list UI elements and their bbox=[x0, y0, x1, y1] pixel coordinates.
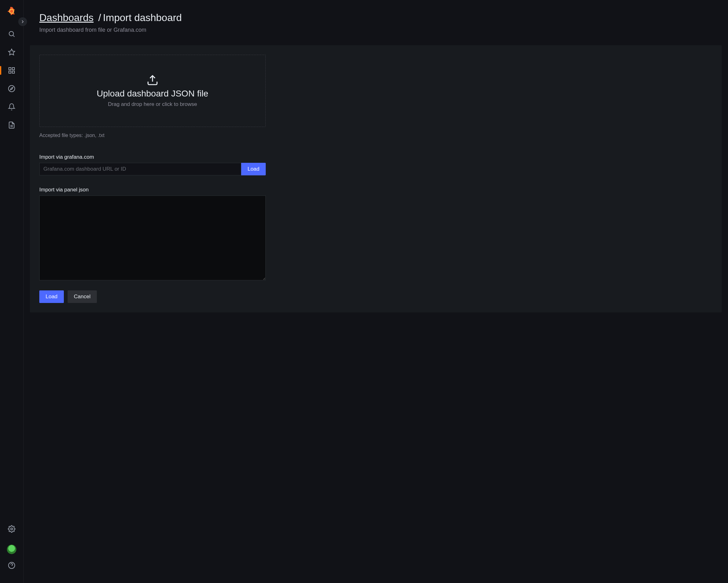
nav-explore[interactable] bbox=[5, 82, 19, 95]
svg-rect-4 bbox=[12, 67, 15, 70]
nav-help[interactable] bbox=[5, 558, 19, 572]
main-content: Dashboards /Import dashboard Import dash… bbox=[24, 0, 728, 583]
dropzone-title: Upload dashboard JSON file bbox=[97, 89, 208, 99]
dropzone-subtitle: Drag and drop here or click to browse bbox=[108, 101, 197, 108]
upload-icon bbox=[147, 74, 158, 86]
nav-alerting[interactable] bbox=[5, 100, 19, 114]
import-url-label: Import via grafana.com bbox=[39, 154, 266, 160]
grafana-logo[interactable] bbox=[7, 6, 17, 18]
expand-sidebar-button[interactable] bbox=[18, 17, 27, 26]
load-button[interactable]: Load bbox=[39, 290, 64, 303]
breadcrumb-current: Import dashboard bbox=[103, 12, 182, 23]
cancel-button[interactable]: Cancel bbox=[68, 290, 97, 303]
breadcrumb: Dashboards /Import dashboard bbox=[39, 12, 712, 24]
svg-point-0 bbox=[9, 31, 14, 36]
svg-line-1 bbox=[13, 35, 15, 37]
nav-dashboards[interactable] bbox=[5, 63, 19, 77]
svg-point-11 bbox=[11, 528, 12, 530]
nav-settings[interactable] bbox=[5, 522, 19, 536]
nav-search[interactable] bbox=[5, 27, 19, 41]
user-avatar[interactable] bbox=[7, 545, 16, 554]
page-subtitle: Import dashboard from file or Grafana.co… bbox=[39, 27, 712, 33]
page-header: Dashboards /Import dashboard Import dash… bbox=[24, 0, 728, 39]
svg-rect-3 bbox=[9, 67, 11, 70]
nav-starred[interactable] bbox=[5, 45, 19, 59]
svg-marker-8 bbox=[10, 87, 13, 90]
svg-marker-2 bbox=[8, 49, 15, 55]
upload-dropzone[interactable]: Upload dashboard JSON file Drag and drop… bbox=[39, 55, 266, 127]
nav-admin[interactable] bbox=[5, 118, 19, 132]
accepted-file-types: Accepted file types: .json, .txt bbox=[39, 133, 266, 138]
load-url-button[interactable]: Load bbox=[241, 163, 266, 175]
svg-rect-6 bbox=[9, 71, 11, 73]
sidebar bbox=[0, 0, 24, 583]
import-json-label: Import via panel json bbox=[39, 187, 266, 193]
grafana-url-input[interactable] bbox=[39, 163, 241, 175]
breadcrumb-separator: / bbox=[96, 12, 103, 23]
breadcrumb-root-link[interactable]: Dashboards bbox=[39, 12, 94, 23]
svg-rect-5 bbox=[12, 71, 15, 73]
svg-point-7 bbox=[8, 85, 15, 92]
panel-json-textarea[interactable] bbox=[39, 195, 266, 280]
import-panel: Upload dashboard JSON file Drag and drop… bbox=[30, 45, 722, 312]
